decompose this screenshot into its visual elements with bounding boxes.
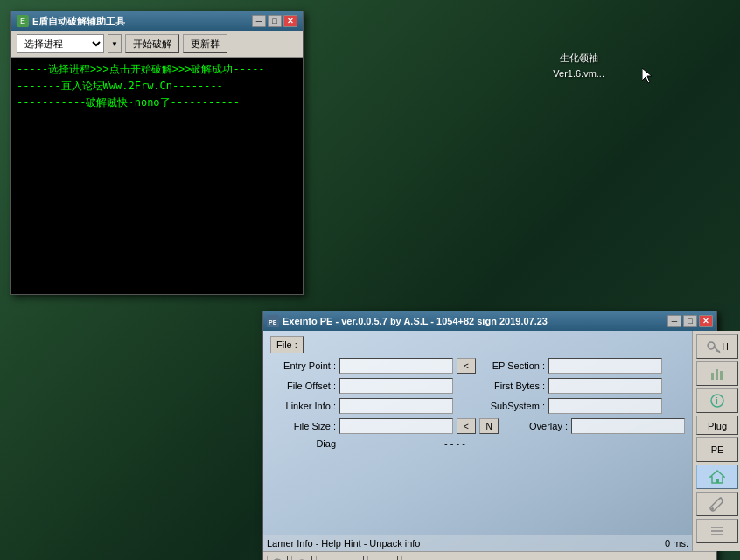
refresh-icon xyxy=(295,557,309,561)
file-button[interactable]: File : xyxy=(270,336,304,354)
process-select[interactable]: 选择进程 xyxy=(17,34,104,53)
file-offset-row: File Offset : First Bytes : xyxy=(270,378,685,394)
ep-section-label: EP Section : xyxy=(479,360,545,371)
desktop-icon-label1: 生化领袖 xyxy=(560,52,598,65)
exeinfo-title-text: Exeinfo PE - ver.0.0.5.7 by A.S.L - 1054… xyxy=(283,316,548,326)
exeinfo-right-panel: H i Plug PE xyxy=(692,331,740,551)
file-offset-label: File Offset : xyxy=(270,381,336,391)
form-status-bar: Lamer Info - Help Hint - Unpack info 0 m… xyxy=(263,535,692,551)
edun-console: -----选择进程>>>点击开始破解>>>破解成功----- -------直入… xyxy=(11,58,303,294)
linker-info-row: Linker Info : SubSystem : xyxy=(270,398,685,414)
scan-button[interactable]: Scan / t xyxy=(316,556,364,561)
globe-icon xyxy=(270,557,284,561)
ep-button[interactable]: < xyxy=(457,358,476,374)
exeinfo-minimize-button[interactable]: ─ xyxy=(667,315,681,327)
start-crack-button[interactable]: 开始破解 xyxy=(125,34,179,53)
edun-title-left: E E盾自动破解辅助工具 xyxy=(17,15,125,28)
plug-button[interactable]: Plug xyxy=(696,416,738,435)
edun-window: E E盾自动破解辅助工具 ─ □ ✕ 选择进程 ▼ 开始破解 更新群 -----… xyxy=(10,10,304,295)
first-bytes-label: First Bytes : xyxy=(479,381,545,391)
process-select-dropdown[interactable]: ▼ xyxy=(108,34,122,53)
subsystem-label: SubSystem : xyxy=(479,401,545,411)
key-icon xyxy=(706,339,722,354)
file-row: File : xyxy=(270,336,685,354)
entry-point-label: Entry Point : xyxy=(270,360,336,371)
exeinfo-window: PE Exeinfo PE - ver.0.0.5.7 by A.S.L - 1… xyxy=(262,311,717,560)
key-h-label: H xyxy=(722,342,728,352)
home-icon-button[interactable] xyxy=(696,465,738,489)
edun-maximize-button[interactable]: □ xyxy=(268,15,282,27)
edun-window-controls: ─ □ ✕ xyxy=(252,15,297,27)
linker-info-label: Linker Info : xyxy=(270,401,336,411)
edun-toolbar: 选择进程 ▼ 开始破解 更新群 xyxy=(11,31,303,58)
lines-icon-button[interactable] xyxy=(696,519,738,543)
barchart-icon-button[interactable] xyxy=(696,361,738,386)
svg-point-14 xyxy=(711,508,714,510)
edun-minimize-button[interactable]: ─ xyxy=(252,15,266,27)
wrench-icon-button[interactable] xyxy=(696,492,738,516)
console-line-3: -----------破解贼快·nono了----------- xyxy=(17,94,297,111)
file-offset-input[interactable] xyxy=(339,378,453,394)
arrow-button[interactable]: >> xyxy=(401,556,422,561)
svg-rect-8 xyxy=(716,369,718,380)
entry-point-row: Entry Point : < EP Section : xyxy=(270,358,685,374)
overlay-label: Overlay : xyxy=(502,421,568,431)
file-size-n-button[interactable]: N xyxy=(479,418,499,434)
svg-text:i: i xyxy=(716,396,718,406)
edun-close-button[interactable]: ✕ xyxy=(283,15,297,27)
svg-rect-13 xyxy=(716,479,719,483)
home-icon xyxy=(709,469,725,485)
console-line-2: -------直入论坛Www.2Frw.Cn-------- xyxy=(17,78,297,94)
update-group-button[interactable]: 更新群 xyxy=(183,34,227,53)
svg-rect-7 xyxy=(711,373,714,380)
first-bytes-input[interactable] xyxy=(548,378,662,394)
rip-button[interactable]: Rip xyxy=(367,556,398,561)
wrench-icon xyxy=(709,496,725,512)
status-row: Lamer Info - Help Hint - Unpack info 0 m… xyxy=(263,535,692,551)
exeinfo-title-left: PE Exeinfo PE - ver.0.0.5.7 by A.S.L - 1… xyxy=(267,315,548,327)
svg-point-3 xyxy=(708,342,715,349)
edun-title-text: E盾自动破解辅助工具 xyxy=(32,15,125,28)
exeinfo-app-icon: PE xyxy=(267,315,279,327)
svg-text:PE: PE xyxy=(269,319,277,326)
info-icon: i xyxy=(709,393,725,409)
exeinfo-bottom-bar: Scan / t Rip >> xyxy=(263,551,716,560)
entry-point-input[interactable] xyxy=(339,358,453,374)
linker-info-input[interactable] xyxy=(339,398,453,414)
edun-titlebar: E E盾自动破解辅助工具 ─ □ ✕ xyxy=(11,11,303,31)
svg-rect-9 xyxy=(720,371,723,380)
key-icon-button[interactable]: H xyxy=(696,334,738,359)
file-size-lt-button[interactable]: < xyxy=(457,418,476,434)
desktop-icon-apple[interactable]: 生化领袖 Ver1.6.vm... xyxy=(553,48,604,79)
file-size-input[interactable] xyxy=(339,418,453,434)
diag-label: Diag xyxy=(270,438,336,449)
barchart-icon xyxy=(709,366,725,382)
status-time: 0 ms. xyxy=(665,538,688,549)
file-size-row: File Size : < N Overlay : xyxy=(270,418,685,434)
info-icon-button[interactable]: i xyxy=(696,388,738,413)
exeinfo-body: Exeinfo Pe File : Entry Point : < EP Sec… xyxy=(263,331,716,551)
overlay-input[interactable] xyxy=(571,418,685,434)
diag-value: - - - - xyxy=(444,438,465,449)
lines-icon xyxy=(709,523,725,539)
subsystem-input[interactable] xyxy=(548,398,662,414)
status-label: Lamer Info - Help Hint - Unpack info xyxy=(267,538,661,549)
exeinfo-titlebar: PE Exeinfo PE - ver.0.0.5.7 by A.S.L - 1… xyxy=(263,312,716,331)
exeinfo-close-button[interactable]: ✕ xyxy=(699,315,713,327)
diag-row: Diag - - - - xyxy=(270,438,685,449)
pe-label-button[interactable]: PE xyxy=(696,438,738,462)
console-line-1: -----选择进程>>>点击开始破解>>>破解成功----- xyxy=(17,61,297,78)
desktop-icon-label2: Ver1.6.vm... xyxy=(553,68,604,79)
exeinfo-form: File : Entry Point : < EP Section : File… xyxy=(263,331,692,551)
exeinfo-window-controls: ─ □ ✕ xyxy=(667,315,713,327)
edun-app-icon: E xyxy=(17,15,29,27)
refresh-icon-button[interactable] xyxy=(291,556,312,561)
file-size-label: File Size : xyxy=(270,421,336,431)
pe-label: PE xyxy=(711,444,724,455)
ep-section-input[interactable] xyxy=(548,358,662,374)
exeinfo-maximize-button[interactable]: □ xyxy=(683,315,697,327)
globe-icon-button[interactable] xyxy=(267,556,288,561)
